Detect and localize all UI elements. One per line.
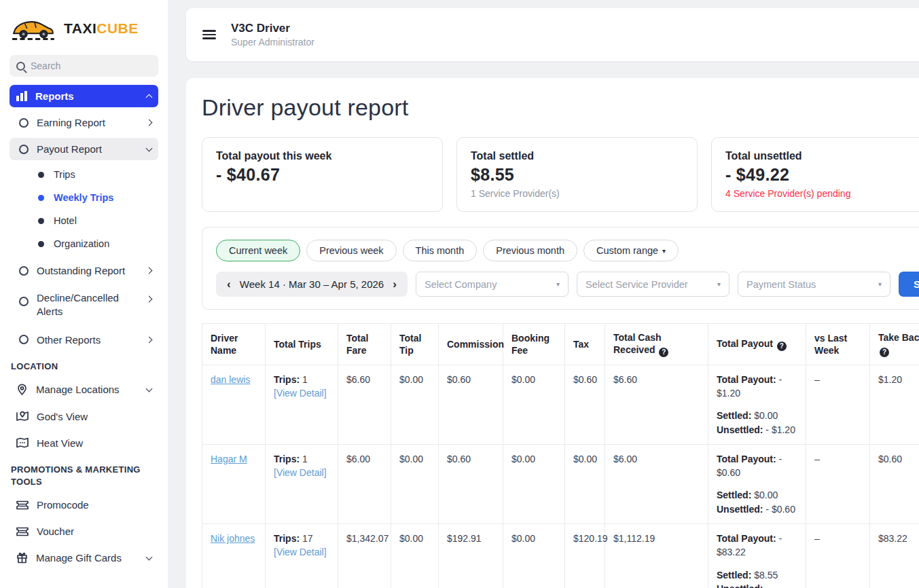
- col-total-cash-received: Total Cash Received ?: [605, 324, 708, 365]
- sidebar-item-label: Payout Report: [37, 143, 139, 155]
- sidebar-item-outstanding-report[interactable]: Outstanding Report: [10, 259, 158, 282]
- sidebar-item-earning-report[interactable]: Earning Report: [10, 111, 158, 134]
- help-icon[interactable]: ?: [880, 348, 889, 357]
- view-detail-link[interactable]: [View Detail]: [274, 467, 327, 478]
- chip-current-week[interactable]: Current week: [216, 240, 300, 261]
- card-value: - $49.22: [725, 165, 919, 185]
- bullet-icon: [38, 195, 44, 201]
- sidebar-item-hotel[interactable]: Hotel: [10, 209, 158, 232]
- circle-icon: [19, 297, 29, 306]
- sidebar-search[interactable]: [10, 55, 158, 77]
- sidebar-item-manage-gift-cards[interactable]: Manage Gift Cards: [10, 547, 158, 569]
- sidebar-item-gods-view[interactable]: God's View: [10, 405, 158, 428]
- payout-label: Total Payout:: [717, 533, 776, 544]
- select-company-dropdown[interactable]: Select Company ▾: [416, 272, 569, 297]
- map-pin-icon: [16, 411, 29, 422]
- next-week-arrow[interactable]: ›: [393, 278, 397, 291]
- help-icon[interactable]: ?: [659, 348, 668, 357]
- chip-custom-range[interactable]: Custom range▾: [583, 240, 679, 261]
- filter-controls-row: ‹ Week 14 · Mar 30 – Apr 5, 2026 › Selec…: [216, 272, 919, 297]
- view-detail-link[interactable]: [View Detail]: [274, 388, 327, 399]
- booking-fee-cell: $0.00: [503, 444, 565, 523]
- sidebar-item-label: Other Reports: [37, 334, 139, 346]
- sidebar-item-payout-report[interactable]: Payout Report: [10, 138, 158, 160]
- payout-table: Driver Name Total Trips Total Fare Total…: [202, 323, 919, 588]
- caret-down-icon: ▾: [878, 280, 882, 288]
- card-value: $8.55: [471, 165, 683, 185]
- app-identity: V3C Driver Super Administrator: [231, 22, 314, 48]
- sidebar-item-decline-cancelled-alerts[interactable]: Decline/Cancelled Alerts: [10, 286, 158, 325]
- search-input[interactable]: [31, 60, 151, 71]
- search-button[interactable]: Search: [899, 272, 919, 297]
- chevron-down-icon: [146, 145, 153, 151]
- tax-cell: $0.60: [565, 365, 605, 444]
- chevron-right-icon: [146, 336, 153, 343]
- sidebar-item-label: Weekly Trips: [54, 192, 113, 203]
- menu-toggle-icon[interactable]: [202, 28, 216, 41]
- settled-value: $8.55: [754, 570, 778, 581]
- sidebar-item-trips[interactable]: Trips: [10, 163, 158, 186]
- card-title: Total payout this week: [216, 150, 429, 162]
- chip-previous-month[interactable]: Previous month: [483, 240, 577, 261]
- chip-label: This month: [416, 245, 465, 256]
- col-total-tip: Total Tip: [391, 324, 439, 365]
- sidebar-item-other-reports[interactable]: Other Reports: [10, 329, 158, 351]
- heat-map-icon: [16, 437, 29, 448]
- trips-label: Trips:: [274, 374, 300, 385]
- driver-link[interactable]: Hagar M: [211, 454, 247, 464]
- sidebar-item-heat-view[interactable]: Heat View: [10, 432, 158, 454]
- sidebar-item-label: Decline/Cancelled Alerts: [37, 291, 139, 319]
- chip-this-month[interactable]: This month: [403, 240, 477, 261]
- caret-down-icon: ▾: [717, 280, 721, 288]
- cash-received-cell: $6.60: [605, 365, 708, 444]
- select-service-provider-dropdown[interactable]: Select Service Provider ▾: [577, 272, 729, 297]
- circle-icon: [19, 335, 29, 344]
- commission-cell: $0.60: [439, 444, 503, 523]
- report-panel: Driver payout report Total payout this w…: [186, 78, 919, 588]
- settled-label: Settled:: [717, 490, 751, 500]
- help-icon[interactable]: ?: [777, 342, 787, 351]
- chip-previous-week[interactable]: Previous week: [306, 240, 396, 261]
- previous-week-arrow[interactable]: ‹: [227, 278, 231, 291]
- sidebar-item-label: Hotel: [54, 215, 77, 226]
- table-header-row: Driver Name Total Trips Total Fare Total…: [202, 324, 919, 365]
- date-range-chips: Current week Previous week This month Pr…: [216, 240, 919, 261]
- ticket-icon: [16, 527, 29, 536]
- circle-icon: [19, 266, 29, 276]
- sidebar-item-promocode[interactable]: Promocode: [10, 494, 158, 516]
- sidebar-item-reports[interactable]: Reports: [10, 85, 158, 107]
- cash-received-cell: $1,112.19: [605, 524, 708, 588]
- col-take-back: Take Back ?: [870, 324, 919, 365]
- select-placeholder: Select Company: [425, 279, 497, 290]
- summary-cards: Total payout this week - $40.67 Total se…: [202, 137, 919, 212]
- unsettled-value: - $1.20: [765, 424, 795, 435]
- payout-label: Total Payout:: [717, 374, 776, 385]
- circle-icon: [19, 145, 29, 154]
- sidebar-item-weekly-trips[interactable]: Weekly Trips: [10, 186, 158, 209]
- col-tax: Tax: [565, 324, 605, 365]
- sidebar-item-voucher[interactable]: Voucher: [10, 520, 158, 543]
- trips-count: 17: [302, 533, 313, 544]
- chevron-up-icon: [146, 94, 153, 101]
- take-back-cell: $0.60: [870, 444, 919, 523]
- bullet-icon: [38, 218, 44, 224]
- payment-status-dropdown[interactable]: Payment Status ▾: [738, 272, 890, 297]
- trips-label: Trips:: [274, 533, 300, 544]
- unsettled-label: Unsettled:: [717, 424, 763, 435]
- take-back-cell: $1.20: [870, 365, 919, 444]
- view-detail-link[interactable]: [View Detail]: [274, 547, 327, 557]
- chevron-down-icon: [146, 385, 153, 392]
- sidebar-item-manage-locations[interactable]: Manage Locations: [10, 378, 158, 401]
- location-pin-icon: [16, 384, 28, 396]
- caret-down-icon: ▾: [556, 280, 560, 288]
- sidebar-item-label: God's View: [37, 411, 151, 422]
- driver-link[interactable]: Nik johnes: [211, 533, 255, 544]
- brand-part2: CUBE: [96, 20, 139, 36]
- sidebar-item-organization[interactable]: Organization: [10, 232, 158, 255]
- total-payout-cell: Total Payout: - $0.60 Settled: $0.00 Uns…: [708, 444, 806, 523]
- driver-link[interactable]: dan lewis: [211, 374, 250, 385]
- table-row: Hagar M Trips: 1[View Detail] $6.00 $0.0…: [202, 444, 919, 523]
- card-title: Total unsettled: [725, 150, 919, 162]
- col-vs-last-week: vs Last Week: [806, 324, 870, 365]
- total-fare-cell: $1,342.07: [338, 524, 391, 588]
